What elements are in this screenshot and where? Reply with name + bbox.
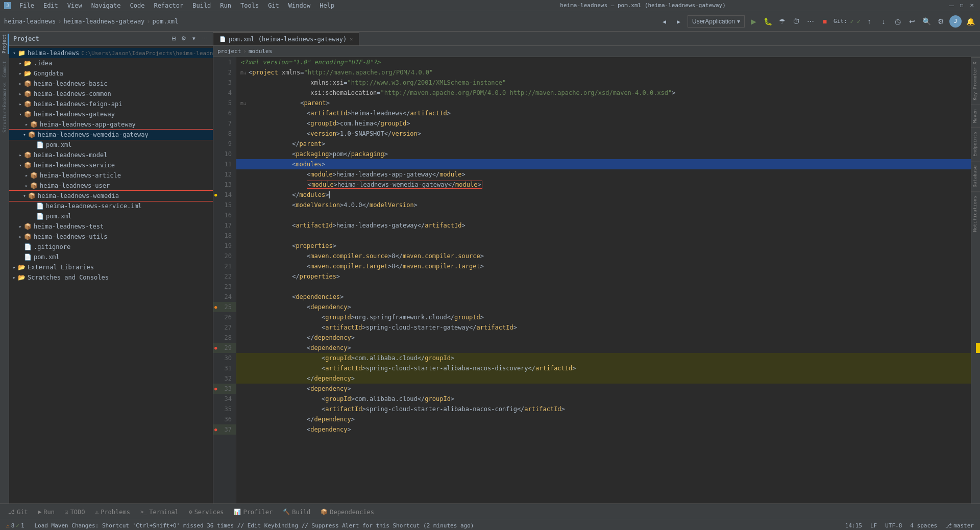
ln-21: 21 xyxy=(213,261,236,271)
search-button[interactable]: 🔍 xyxy=(921,16,932,27)
bottom-tab-services[interactable]: ⚙ Services xyxy=(185,504,228,519)
menu-help[interactable]: Help xyxy=(315,1,338,10)
tree-item-basic[interactable]: 📦 heima-leadnews-basic xyxy=(9,79,213,89)
tree-item-service-iml[interactable]: 📄 heima-leadnews-service.iml xyxy=(9,201,213,211)
menu-file[interactable]: File xyxy=(15,1,38,10)
right-panel-key-promoter[interactable]: Key Promoter X xyxy=(971,57,980,105)
profile-button[interactable]: ⏱ xyxy=(791,16,802,27)
user-avatar[interactable]: J xyxy=(949,15,962,28)
breadcrumb-modules-link[interactable]: modules xyxy=(249,48,272,55)
tree-item-app-gateway[interactable]: 📦 heima-leadnews-app-gateway xyxy=(9,119,213,130)
tree-item-idea[interactable]: 📂 .idea xyxy=(9,58,213,68)
panel-settings[interactable]: ⚙ xyxy=(179,34,188,43)
menu-tools[interactable]: Tools xyxy=(236,1,263,10)
ln-33: 33● xyxy=(213,384,236,394)
activity-bookmarks[interactable]: Bookmarks xyxy=(1,85,9,105)
panel-collapse-all[interactable]: ⊟ xyxy=(169,34,178,43)
settings-button[interactable]: ⚙ xyxy=(935,16,946,27)
notifications-button[interactable]: 🔔 xyxy=(965,16,976,27)
status-position[interactable]: 14:15 xyxy=(843,522,864,529)
debug-button[interactable]: 🐛 xyxy=(762,16,773,27)
tree-item-feign[interactable]: 📦 heima-leadnews-feign-api xyxy=(9,99,213,109)
tree-item-model[interactable]: 📦 heima-leadnews-model xyxy=(9,150,213,160)
bottom-tab-problems[interactable]: ⚠ Problems xyxy=(91,504,134,519)
run-button[interactable]: ▶ xyxy=(748,16,759,27)
menu-navigate[interactable]: Navigate xyxy=(87,1,125,10)
code-line-13: <module>heima-leadnews-wemedia-gateway</… xyxy=(236,180,971,190)
stop-button[interactable]: ■ xyxy=(819,16,830,27)
tree-item-test[interactable]: 📦 heima-leadnews-test xyxy=(9,221,213,232)
breadcrumb-project[interactable]: heima-leadnews xyxy=(4,18,56,25)
menu-edit[interactable]: Edit xyxy=(39,1,62,10)
code-line-27: <artifactId>spring-cloud-starter-gateway… xyxy=(236,322,971,333)
ln-6: 6 xyxy=(213,108,236,118)
menu-refactor[interactable]: Refactor xyxy=(150,1,187,10)
breadcrumb-project-link[interactable]: project xyxy=(217,48,241,55)
panel-gear[interactable]: ▾ xyxy=(189,34,199,43)
tree-item-article[interactable]: 📦 heima-leadnews-article xyxy=(9,170,213,181)
right-panel-endpoints[interactable]: Endpoints xyxy=(971,127,980,161)
tree-item-scratches[interactable]: 📂 Scratches and Consoles xyxy=(9,272,213,283)
activity-structure[interactable]: Structure xyxy=(1,110,9,131)
status-linesep[interactable]: LF xyxy=(868,522,879,529)
tree-item-wemedia-gateway[interactable]: 📦 heima-leadnews-wemedia-gateway xyxy=(9,130,213,140)
tree-item-gongdata[interactable]: 📂 Gongdata xyxy=(9,68,213,79)
status-warnings[interactable]: ⚠ 8 ✓ 1 xyxy=(4,522,27,529)
menu-code[interactable]: Code xyxy=(126,1,149,10)
tree-item-pom1[interactable]: 📄 pom.xml xyxy=(9,140,213,150)
bottom-tab-todo[interactable]: ☑ TODO xyxy=(61,504,89,519)
bottom-tab-git[interactable]: ⎇ Git xyxy=(4,504,32,519)
tree-item-common[interactable]: 📦 heima-leadnews-common xyxy=(9,89,213,99)
bottom-tab-build[interactable]: 🔨 Build xyxy=(279,504,314,519)
menu-view[interactable]: View xyxy=(63,1,86,10)
bottom-tab-profiler[interactable]: 📊 Profiler xyxy=(230,504,277,519)
activity-project[interactable]: Project xyxy=(1,34,9,54)
status-indent[interactable]: 4 spaces xyxy=(908,522,939,529)
scratches-label: Scratches and Consoles xyxy=(28,274,109,281)
menu-build[interactable]: Build xyxy=(188,1,215,10)
tree-item-gateway[interactable]: 📦 heima-leadnews-gateway xyxy=(9,109,213,119)
tree-item-pom-root[interactable]: 📄 pom.xml xyxy=(9,252,213,262)
menu-run[interactable]: Run xyxy=(216,1,235,10)
bottom-tab-dependencies[interactable]: 📦 Dependencies xyxy=(316,504,378,519)
code-editor[interactable]: <?xml version="1.0" encoding="UTF-8"?> m… xyxy=(236,57,971,503)
tree-item-user[interactable]: 📦 heima-leadnews-user xyxy=(9,181,213,191)
bottom-tab-terminal[interactable]: >_ Terminal xyxy=(136,504,183,519)
navigate-forward-button[interactable]: ▸ xyxy=(673,16,684,27)
breadcrumb-module[interactable]: heima-leadnews-gateway xyxy=(63,18,144,25)
run-config-selector[interactable]: UserApplication ▾ xyxy=(688,15,745,28)
rollback-button[interactable]: ↩ xyxy=(906,16,918,27)
breadcrumb-file[interactable]: pom.xml xyxy=(153,18,179,25)
tab-close-button[interactable]: ✕ xyxy=(350,36,353,42)
minimize-button[interactable]: — xyxy=(947,2,955,10)
git-history-button[interactable]: ◷ xyxy=(892,16,903,27)
right-panel-maven[interactable]: Maven xyxy=(971,105,980,127)
tree-item-wemedia[interactable]: 📦 heima-leadnews-wemedia xyxy=(9,191,213,201)
right-panel-database[interactable]: Database xyxy=(971,161,980,191)
right-panel-notifications[interactable]: Notifications xyxy=(971,191,980,236)
tree-item-ext-lib[interactable]: 📂 External Libraries xyxy=(9,262,213,272)
tree-item-service[interactable]: 📦 heima-leadnews-service xyxy=(9,160,213,170)
status-bar: ⚠ 8 ✓ 1 Load Maven Changes: Shortcut 'Ct… xyxy=(0,519,980,530)
close-button[interactable]: ✕ xyxy=(968,2,976,10)
coverage-button[interactable]: ☂ xyxy=(776,16,788,27)
status-encoding[interactable]: UTF-8 xyxy=(883,522,904,529)
activity-commit[interactable]: Commit xyxy=(1,59,9,80)
maximize-button[interactable]: □ xyxy=(958,2,966,10)
tree-item-pom2[interactable]: 📄 pom.xml xyxy=(9,211,213,221)
panel-more[interactable]: ⋯ xyxy=(200,34,209,43)
status-branch[interactable]: ⎇ master xyxy=(943,522,976,529)
tree-item-utils[interactable]: 📦 heima-leadnews-utils xyxy=(9,232,213,242)
navigate-back-button[interactable]: ◂ xyxy=(659,16,670,27)
update-button[interactable]: ↑ xyxy=(864,16,875,27)
menu-window[interactable]: Window xyxy=(284,1,314,10)
bottom-tab-run[interactable]: ▶ Run xyxy=(34,504,59,519)
push-button[interactable]: ↓ xyxy=(878,16,889,27)
more-run-button[interactable]: ⋯ xyxy=(805,16,816,27)
editor-tab-pom[interactable]: 📄 pom.xml (heima-leadnews-gateway) ✕ xyxy=(213,32,359,45)
title-bar: J File Edit View Navigate Code Refactor … xyxy=(0,0,980,11)
tree-root[interactable]: 📁 heima-leadnews C:\Users\Jason\IdeaProj… xyxy=(9,48,213,58)
breadcrumb-sep1: › xyxy=(58,18,61,25)
tree-item-gitignore[interactable]: 📄 .gitignore xyxy=(9,242,213,252)
menu-git[interactable]: Git xyxy=(264,1,283,10)
